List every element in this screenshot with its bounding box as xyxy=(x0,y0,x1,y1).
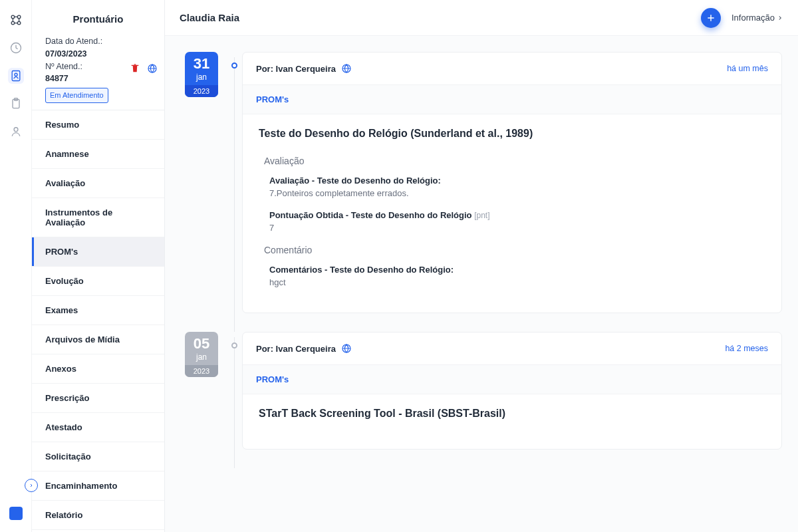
card-tab[interactable]: PROM's xyxy=(243,85,781,114)
nav-item-13[interactable]: Relatório xyxy=(32,501,164,530)
nav-item-6[interactable]: Exames xyxy=(32,296,164,325)
field: Comentários - Teste do Desenho do Relógi… xyxy=(269,265,765,287)
date-label: Data do Atend.: xyxy=(45,35,151,48)
card-title: STarT Back Screening Tool - Brasil (SBST… xyxy=(259,408,765,420)
date-month: jan xyxy=(185,352,218,365)
timeline-dot xyxy=(231,342,237,348)
svg-point-0 xyxy=(11,15,15,19)
nav-item-9[interactable]: Prescrição xyxy=(32,384,164,413)
field: Pontuação Obtida - Teste do Desenho do R… xyxy=(269,210,765,233)
field-label: Avaliação - Teste do Desenho do Relógio: xyxy=(269,176,765,186)
info-link[interactable]: Informação xyxy=(732,13,783,23)
date-badge: 05jan2023 xyxy=(185,332,218,450)
user-icon[interactable] xyxy=(8,124,24,140)
num-value: 84877 xyxy=(45,72,151,85)
chevron-right-icon xyxy=(777,15,783,21)
nav-item-0[interactable]: Resumo xyxy=(32,110,164,140)
field-value: 7 xyxy=(269,223,765,233)
status-badge: Em Atendimento xyxy=(45,88,108,103)
add-button[interactable] xyxy=(701,8,721,28)
patient-name: Claudia Raia xyxy=(180,12,239,23)
date-day: 05 xyxy=(185,332,218,352)
card-title: Teste do Desenho do Relógio (Sunderland … xyxy=(259,128,765,140)
card-author: Por: Ivan Cerqueira xyxy=(256,63,352,74)
timeline-card: Por: Ivan Cerqueirahá um mêsPROM'sTeste … xyxy=(242,52,782,313)
appointment-info: Data do Atend.: 07/03/2023 Nº Atend.: 84… xyxy=(32,35,164,110)
nav-item-4[interactable]: PROM's xyxy=(32,237,164,267)
section-heading: Comentário xyxy=(264,245,765,255)
sidebar-nav: ResumoAnamneseAvaliaçãoInstrumentos de A… xyxy=(32,110,164,530)
date-badge: 31jan2023 xyxy=(185,52,218,313)
card-author: Por: Ivan Cerqueira xyxy=(256,343,352,354)
sidebar-title: Prontuário xyxy=(32,0,164,35)
svg-point-3 xyxy=(17,21,21,25)
section-heading: Avaliação xyxy=(264,156,765,166)
logo-icon xyxy=(8,12,24,28)
card-time-ago: há 2 meses xyxy=(725,344,768,353)
card-time-ago: há um mês xyxy=(727,64,768,73)
timeline-card: Por: Ivan Cerqueirahá 2 mesesPROM'sSTarT… xyxy=(242,332,782,450)
clipboard-icon[interactable] xyxy=(8,96,24,112)
field-label: Comentários - Teste do Desenho do Relógi… xyxy=(269,265,765,275)
info-label: Informação xyxy=(732,13,775,23)
timeline-dot xyxy=(231,63,237,68)
field-value: hgct xyxy=(269,277,765,287)
nav-item-11[interactable]: Solicitação xyxy=(32,442,164,471)
timeline-entry: 31jan2023Por: Ivan Cerqueirahá um mêsPRO… xyxy=(185,52,782,313)
nav-item-7[interactable]: Arquivos de Mídia xyxy=(32,325,164,354)
date-month: jan xyxy=(185,72,218,85)
globe-icon[interactable] xyxy=(341,343,352,354)
icon-rail xyxy=(0,0,32,532)
nav-item-1[interactable]: Anamnese xyxy=(32,140,164,169)
nav-item-5[interactable]: Evolução xyxy=(32,267,164,296)
nav-item-2[interactable]: Avaliação xyxy=(32,169,164,198)
card-tab[interactable]: PROM's xyxy=(243,365,781,394)
patient-icon[interactable] xyxy=(8,68,24,84)
nav-item-3[interactable]: Instrumentos de Avaliação xyxy=(32,198,164,237)
footer-pill-icon xyxy=(9,507,23,520)
date-day: 31 xyxy=(185,52,218,72)
dashboard-icon[interactable] xyxy=(8,40,24,56)
globe-icon[interactable] xyxy=(147,63,158,74)
field-label: Pontuação Obtida - Teste do Desenho do R… xyxy=(269,210,765,220)
field-value: 7.Ponteiros completamente errados. xyxy=(269,188,765,198)
svg-point-1 xyxy=(17,15,21,19)
delete-icon[interactable] xyxy=(130,63,140,74)
date-year: 2023 xyxy=(185,85,218,97)
nav-item-10[interactable]: Atestado xyxy=(32,413,164,442)
topbar: Claudia Raia Informação xyxy=(165,0,798,36)
timeline-content: 31jan2023Por: Ivan Cerqueirahá um mêsPRO… xyxy=(165,36,798,532)
nav-item-8[interactable]: Anexos xyxy=(32,354,164,384)
nav-item-12[interactable]: Encaminhamento xyxy=(32,471,164,501)
svg-point-2 xyxy=(11,21,15,25)
svg-point-9 xyxy=(14,128,18,132)
globe-icon[interactable] xyxy=(341,63,352,74)
field: Avaliação - Teste do Desenho do Relógio:… xyxy=(269,176,765,198)
svg-point-6 xyxy=(14,73,17,76)
timeline-entry: 05jan2023Por: Ivan Cerqueirahá 2 mesesPR… xyxy=(185,332,782,450)
date-value: 07/03/2023 xyxy=(45,48,151,61)
sidebar: Prontuário Data do Atend.: 07/03/2023 Nº… xyxy=(32,0,165,532)
date-year: 2023 xyxy=(185,365,218,377)
